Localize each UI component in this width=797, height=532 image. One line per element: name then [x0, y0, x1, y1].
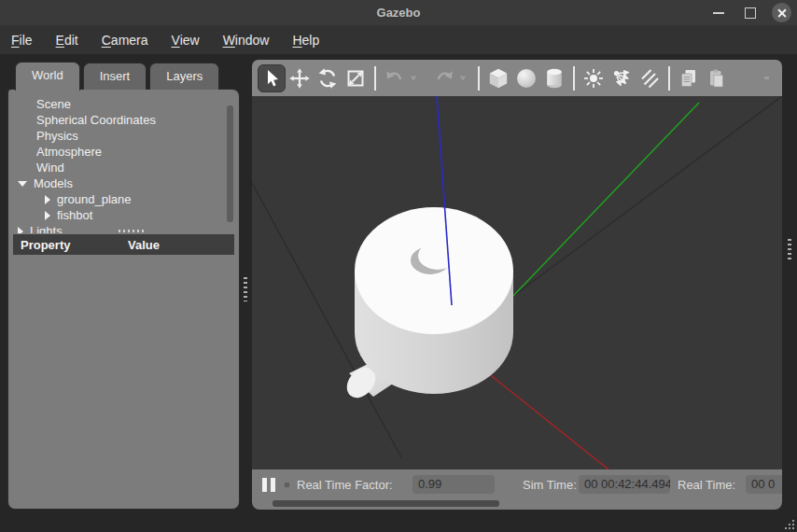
box-icon: [486, 66, 510, 91]
tree-item-wind[interactable]: Wind: [8, 160, 239, 175]
lidar-top: [418, 242, 457, 270]
menubar: File Edit Camera View Window Help: [0, 25, 797, 54]
tree-item-models[interactable]: Models: [8, 175, 239, 191]
real-time-factor-value: 0.99: [412, 475, 495, 494]
menu-window[interactable]: Window: [223, 33, 270, 48]
copy-icon: [678, 67, 700, 90]
rotate-icon: [316, 67, 339, 90]
tab-layers[interactable]: Layers: [149, 63, 219, 90]
redo-caret-icon[interactable]: [459, 76, 467, 81]
select-icon: [260, 67, 283, 90]
sphere-icon: [514, 66, 538, 91]
window-title: Gazebo: [0, 0, 797, 25]
insert-cylinder-button[interactable]: [540, 64, 568, 92]
property-table-header: Property Value: [13, 234, 234, 255]
right-vsplitter-handle[interactable]: [788, 239, 791, 261]
point-light-button[interactable]: [580, 64, 608, 92]
statusbar-row: Real Time Factor: 0.99 Sim Time: 00 00:4…: [252, 474, 782, 495]
rotate-tool-button[interactable]: [314, 64, 342, 92]
redo-icon: [433, 67, 455, 90]
toolbar-separator: [668, 66, 670, 91]
statusbar-hscrollbar[interactable]: [252, 500, 782, 508]
titlebar: Gazebo: [0, 0, 797, 25]
redo-button[interactable]: [430, 64, 458, 92]
expand-arrow-icon[interactable]: [45, 211, 50, 220]
menu-help[interactable]: Help: [292, 33, 319, 48]
main-area: Real Time Factor: 0.99 Sim Time: 00 00:4…: [252, 60, 782, 510]
spot-light-button[interactable]: [608, 64, 636, 92]
undo-icon: [384, 67, 406, 90]
real-time-value: 00 0: [746, 475, 782, 494]
hscrollbar-thumb[interactable]: [273, 500, 499, 507]
world-tree: Scene Spherical Coordinates Physics Atmo…: [8, 90, 239, 233]
real-time-factor-label: Real Time Factor:: [297, 478, 405, 492]
tree-scrollbar[interactable]: [227, 105, 233, 222]
directional-light-button[interactable]: [636, 64, 664, 92]
paste-icon: [706, 67, 728, 90]
sim-time-value: 00 00:42:44.494: [579, 475, 670, 494]
select-tool-button[interactable]: [258, 64, 286, 92]
insert-sphere-button[interactable]: [512, 64, 540, 92]
menu-camera[interactable]: Camera: [102, 33, 148, 48]
tree-item-scene[interactable]: Scene: [8, 96, 239, 112]
collapse-arrow-icon[interactable]: [18, 181, 27, 187]
tree-item-fishbot[interactable]: fishbot: [8, 207, 239, 223]
pause-button[interactable]: [262, 478, 275, 492]
maximize-icon[interactable]: [745, 7, 756, 19]
insert-box-button[interactable]: [484, 64, 512, 92]
viewport-background: [252, 96, 782, 469]
undo-button[interactable]: [381, 64, 409, 92]
toolbar-separator: [478, 66, 480, 91]
statusbar: Real Time Factor: 0.99 Sim Time: 00 00:4…: [252, 469, 782, 510]
window-resize-grip[interactable]: [783, 518, 794, 529]
tab-world[interactable]: World: [15, 62, 80, 91]
paste-button[interactable]: [703, 64, 731, 92]
toolbar-separator: [573, 66, 575, 91]
toolbar-separator: [374, 66, 376, 91]
point-light-icon: [582, 67, 605, 90]
menu-file[interactable]: File: [11, 33, 33, 48]
translate-icon: [288, 67, 311, 90]
tree-item-atmosphere[interactable]: Atmosphere: [8, 144, 239, 160]
directional-light-icon: [638, 67, 661, 90]
cylinder-icon: [542, 66, 566, 91]
menu-view[interactable]: View: [172, 33, 200, 48]
gazebo-window: { "window": { "title": "Gazebo" }, "titl…: [0, 0, 797, 532]
panel-vsplitter-handle[interactable]: [244, 277, 247, 301]
minimize-icon[interactable]: [713, 12, 724, 14]
property-column-header: Property: [13, 238, 128, 252]
copy-button[interactable]: [675, 64, 703, 92]
left-panel-tabs: World Insert Layers: [15, 63, 219, 91]
viewport[interactable]: [252, 96, 782, 469]
value-column-header: Value: [128, 238, 160, 252]
scale-icon: [344, 67, 367, 90]
step-button[interactable]: [285, 483, 289, 487]
tab-insert[interactable]: Insert: [83, 63, 147, 90]
toolbar: [252, 60, 782, 96]
tree-item-physics[interactable]: Physics: [8, 128, 239, 144]
menu-edit[interactable]: Edit: [56, 33, 78, 48]
expand-arrow-icon[interactable]: [45, 195, 50, 204]
real-time-label: Real Time:: [678, 478, 738, 492]
pause-icon: [262, 478, 267, 492]
pause-icon: [271, 478, 275, 492]
translate-tool-button[interactable]: [286, 64, 314, 92]
viewport-canvas[interactable]: [252, 96, 782, 469]
world-panel: Scene Spherical Coordinates Physics Atmo…: [7, 89, 240, 510]
tree-item-ground-plane[interactable]: ground_plane: [8, 191, 239, 207]
undo-caret-icon[interactable]: [410, 76, 417, 81]
overflow-caret-icon[interactable]: [764, 77, 769, 79]
spot-light-icon: [610, 67, 633, 90]
tree-item-spherical-coordinates[interactable]: Spherical Coordinates: [8, 112, 239, 128]
sim-time-label: Sim Time:: [523, 478, 576, 492]
scale-tool-button[interactable]: [342, 64, 370, 92]
panel-splitter-handle[interactable]: [119, 230, 144, 232]
expand-arrow-icon[interactable]: [18, 227, 23, 234]
close-icon[interactable]: [772, 3, 791, 22]
